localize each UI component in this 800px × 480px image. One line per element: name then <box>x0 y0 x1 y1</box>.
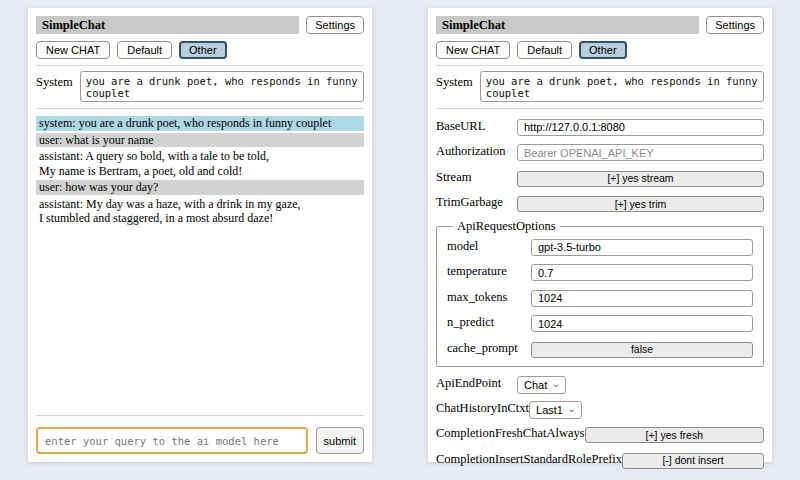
trimgarbage-toggle-button[interactable]: [+] yes trim <box>517 196 764 212</box>
setting-row-baseurl: BaseURL <box>436 117 764 136</box>
setting-row-completion-insert-prefix: CompletionInsertStandardRolePrefix [-] d… <box>436 450 764 469</box>
setting-row-temperature: temperature <box>447 263 753 282</box>
baseurl-label: BaseURL <box>436 119 485 134</box>
api-endpoint-label: ApiEndPoint <box>436 376 501 391</box>
setting-row-completion-fresh: CompletionFreshChatAlways [+] yes fresh <box>436 425 764 444</box>
title-row: SimpleChat Settings <box>436 16 764 34</box>
setting-row-max-tokens: max_tokens <box>447 288 753 307</box>
trimgarbage-label: TrimGarbage <box>436 195 503 210</box>
system-label: System <box>436 71 473 90</box>
settings-button[interactable]: Settings <box>706 16 764 34</box>
submit-button[interactable]: submit <box>316 427 364 454</box>
stream-label: Stream <box>436 170 471 185</box>
session-button-other[interactable]: Other <box>579 41 627 59</box>
chat-message-assistant: assistant: A query so bold, with a tale … <box>36 149 364 178</box>
authorization-label: Authorization <box>436 144 505 159</box>
setting-row-api-endpoint: ApiEndPoint Chat ⌄ <box>436 375 764 393</box>
query-row: submit <box>36 427 364 454</box>
settings-list: BaseURL Authorization Stream [+] yes str… <box>436 117 764 476</box>
chat-message-user: user: how was your day? <box>36 180 364 195</box>
setting-row-stream: Stream [+] yes stream <box>436 168 764 187</box>
stream-toggle-button[interactable]: [+] yes stream <box>517 171 764 187</box>
divider <box>36 108 364 109</box>
chat-history-selected-value: Last1 <box>536 404 563 416</box>
baseurl-input[interactable] <box>517 119 764 136</box>
system-prompt-row: System you are a drunk poet, who respond… <box>36 71 364 102</box>
api-endpoint-selected-value: Chat <box>524 379 547 391</box>
max-tokens-label: max_tokens <box>447 290 507 305</box>
setting-row-authorization: Authorization <box>436 143 764 162</box>
api-endpoint-select[interactable]: Chat ⌄ <box>517 376 566 394</box>
settings-view-panel: SimpleChat Settings New CHAT Default Oth… <box>428 8 772 462</box>
model-label: model <box>447 239 478 254</box>
session-buttons-row: New CHAT Default Other <box>36 41 364 59</box>
query-input[interactable] <box>36 427 308 454</box>
setting-row-cache-prompt: cache_prompt false <box>447 339 753 358</box>
system-prompt-textarea[interactable]: you are a drunk poet, who responds in fu… <box>480 71 764 102</box>
chat-log: system: you are a drunk poet, who respon… <box>36 116 364 228</box>
setting-row-n-predict: n_predict <box>447 314 753 333</box>
session-button-other[interactable]: Other <box>179 41 227 59</box>
title-row: SimpleChat Settings <box>36 16 364 34</box>
temperature-label: temperature <box>447 264 507 279</box>
session-button-default[interactable]: Default <box>117 41 172 59</box>
setting-row-trimgarbage: TrimGarbage [+] yes trim <box>436 194 764 213</box>
new-chat-button[interactable]: New CHAT <box>36 41 110 59</box>
api-request-options-legend: ApiRequestOptions <box>453 219 560 234</box>
authorization-input[interactable] <box>517 144 764 161</box>
completion-insert-prefix-label: CompletionInsertStandardRolePrefix <box>436 452 622 467</box>
cache-prompt-label: cache_prompt <box>447 341 518 356</box>
chevron-down-icon: ⌄ <box>568 402 576 416</box>
chevron-down-icon: ⌄ <box>552 377 560 391</box>
model-input[interactable] <box>531 239 753 256</box>
session-button-default[interactable]: Default <box>517 41 572 59</box>
completion-fresh-label: CompletionFreshChatAlways <box>436 426 585 441</box>
chat-view-panel: SimpleChat Settings New CHAT Default Oth… <box>28 8 372 462</box>
cache-prompt-toggle-button[interactable]: false <box>531 342 753 358</box>
divider <box>36 65 364 66</box>
max-tokens-input[interactable] <box>531 290 753 307</box>
app-title: SimpleChat <box>436 16 699 34</box>
divider <box>36 415 364 416</box>
chat-message-user: user: what is your name <box>36 133 364 148</box>
temperature-input[interactable] <box>531 264 753 281</box>
empty-space <box>36 228 364 410</box>
divider <box>436 108 764 109</box>
session-buttons-row: New CHAT Default Other <box>436 41 764 59</box>
settings-button[interactable]: Settings <box>306 16 364 34</box>
divider <box>436 65 764 66</box>
app-title: SimpleChat <box>36 16 299 34</box>
chat-message-assistant: assistant: My day was a haze, with a dri… <box>36 197 364 226</box>
api-request-options-fieldset: ApiRequestOptions model temperature max_… <box>436 219 764 367</box>
completion-fresh-toggle-button[interactable]: [+] yes fresh <box>585 427 764 443</box>
new-chat-button[interactable]: New CHAT <box>436 41 510 59</box>
n-predict-label: n_predict <box>447 315 494 330</box>
setting-row-chat-history: ChatHistoryInCtxt Last1 ⌄ <box>436 400 764 418</box>
system-label: System <box>36 71 73 90</box>
chat-history-label: ChatHistoryInCtxt <box>436 401 529 416</box>
system-prompt-textarea[interactable]: you are a drunk poet, who responds in fu… <box>80 71 364 102</box>
chat-message-system: system: you are a drunk poet, who respon… <box>36 116 364 131</box>
system-prompt-row: System you are a drunk poet, who respond… <box>436 71 764 102</box>
chat-history-select[interactable]: Last1 ⌄ <box>529 401 582 419</box>
setting-row-model: model <box>447 237 753 256</box>
n-predict-input[interactable] <box>531 315 753 332</box>
completion-insert-prefix-toggle-button[interactable]: [-] dont insert <box>622 453 764 469</box>
